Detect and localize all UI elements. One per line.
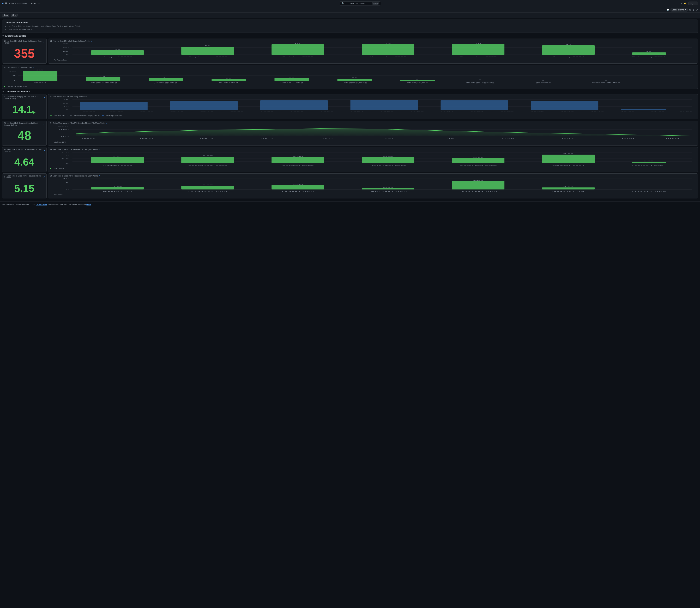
- external-link-icon-2-6[interactable]: ↗: [99, 149, 100, 150]
- svg-rect-44: [211, 79, 246, 81]
- external-link-icon-2-4[interactable]: ↗: [106, 122, 107, 124]
- clock-icon: 🕐: [667, 8, 669, 11]
- panel-1-1-value: 355: [4, 45, 45, 62]
- sign-in-button[interactable]: Sign in: [688, 2, 698, 5]
- external-link-icon[interactable]: ↗: [29, 22, 30, 24]
- svg-text:119: 119: [36, 70, 43, 71]
- legend-ttm-label: Time to Merge: [54, 168, 64, 169]
- panel-2-3-title: 2.3 Number of Pull Requests Closed witho…: [4, 122, 45, 126]
- external-link-icon-1-1[interactable]: ↗: [43, 41, 45, 43]
- breadcrumb-sep1: ›: [15, 2, 16, 4]
- external-link-icon-1-3[interactable]: ↗: [33, 66, 34, 69]
- svg-rect-17: [362, 44, 414, 55]
- external-link-icon-1-2[interactable]: ↗: [91, 40, 92, 42]
- svg-text:28: 28: [352, 77, 357, 79]
- legend-dot-pr: [50, 60, 51, 60]
- area-fill: [76, 129, 692, 136]
- svg-text:December 2023: December 2023: [459, 191, 497, 192]
- svg-rect-26: [632, 53, 666, 55]
- search-area: 🔍 Search or jump to... cmd+k: [40, 1, 681, 5]
- panel-2-3: 2.3 Number of Pull Requests Closed witho…: [2, 121, 46, 146]
- svg-rect-56: [463, 81, 498, 81]
- svg-text:01/09: 01/09: [666, 138, 679, 139]
- svg-text:09/05: 09/05: [140, 138, 153, 139]
- app-logo: ●: [2, 2, 4, 5]
- notification-icon[interactable]: 🔔: [684, 2, 686, 4]
- legend-ratio-label: ratio Mean: 12.4%: [54, 141, 66, 143]
- footer-link1[interactable]: data schema: [36, 204, 47, 206]
- nav-dashboards[interactable]: Dashboards: [17, 2, 27, 4]
- row-2-1-2-2: 2.1 Ratio of Non-merging Pull Requests o…: [2, 94, 698, 119]
- svg-rect-59: [526, 81, 561, 81]
- svg-text:12/05: 12/05: [531, 111, 544, 113]
- external-link-icon-2-8[interactable]: ↗: [98, 175, 100, 177]
- panel-1-3-title: 1.3 Top Contributors By Merged PRs ↗: [4, 66, 696, 69]
- panel-2-4-legend: ratio Mean: 12.4%: [50, 141, 696, 143]
- row-1-3: 1.3 Top Contributors By Merged PRs ↗ 100…: [2, 65, 698, 89]
- panel-2-8-legend: Time to Close: [50, 194, 696, 196]
- row-2-5-2-6: 2.5 Mean Time to Merge of Pull Requests …: [2, 147, 698, 172]
- footer-link2[interactable]: guide: [86, 204, 91, 206]
- share-icon[interactable]: ⎘: [39, 2, 40, 4]
- external-link-icon-2-2[interactable]: ↗: [88, 96, 90, 98]
- svg-text:10: 10: [63, 178, 69, 179]
- svg-text:76: 76: [385, 43, 391, 44]
- svg-text:25: 25: [63, 106, 69, 107]
- intro-list: Use Cases: This dashboard shows the basi…: [5, 25, 695, 31]
- filter-bar: Repo All ▼: [0, 13, 700, 18]
- svg-text:November 2023: November 2023: [370, 191, 407, 192]
- repo-filter[interactable]: Repo: [2, 14, 9, 17]
- svg-text:5.37: 5.37: [203, 155, 213, 157]
- svg-text:44: 44: [100, 76, 105, 77]
- zoom-in-icon[interactable]: ⊕: [693, 8, 695, 11]
- svg-text:28: 28: [114, 49, 120, 50]
- svg-rect-146: [632, 162, 666, 163]
- pct-value: 14.1: [12, 103, 32, 115]
- time-filter[interactable]: Last 6 months ▼: [670, 8, 688, 12]
- nav-home[interactable]: Home: [9, 2, 14, 4]
- external-link-icon-2-5[interactable]: ↗: [43, 150, 45, 151]
- svg-rect-23: [542, 45, 594, 55]
- svg-rect-140: [452, 158, 505, 163]
- intro-title-text: Dashboard Introduction: [5, 21, 28, 24]
- all-filter[interactable]: All ▼: [11, 14, 18, 17]
- panel-2-7-title-text: 2.7 Mean Time to Close of Pull Requests …: [4, 175, 43, 179]
- svg-text:51: 51: [205, 45, 211, 46]
- section-1-chevron[interactable]: ▼: [2, 35, 4, 37]
- external-link-icon-2-1[interactable]: ↗: [43, 97, 45, 99]
- svg-rect-62: [589, 81, 624, 81]
- panel-2-4-title-text: 2.4 Ratio of Non-merging PRs of All Clos…: [50, 122, 105, 124]
- section-2-chevron[interactable]: ▼: [2, 91, 4, 93]
- svg-text:0: 0: [14, 80, 16, 81]
- panel-2-1: 2.1 Ratio of Non-merging Pull Requests o…: [2, 94, 46, 119]
- all-filter-chevron: ▼: [15, 14, 16, 16]
- hamburger-icon[interactable]: ☰: [5, 2, 7, 5]
- external-link-icon-2-3[interactable]: ↗: [43, 123, 45, 125]
- svg-text:5.27: 5.27: [112, 155, 123, 157]
- top-nav: ● ☰ Home › Dashboards › GitLab ⎘ 🔍 Searc…: [0, 0, 700, 7]
- legend-open-dot: [50, 115, 52, 116]
- svg-text:0%: 0%: [61, 136, 69, 137]
- legend-ttm-dot: [50, 168, 51, 169]
- expand-icon[interactable]: ⤢: [696, 8, 698, 11]
- panel-2-5: 2.5 Mean Time to Merge of Pull Requests …: [2, 147, 46, 172]
- svg-text:31: 31: [163, 77, 168, 78]
- external-link-icon-2-7[interactable]: ↗: [43, 176, 45, 178]
- help-icon[interactable]: ?: [681, 2, 682, 4]
- svg-rect-168: [452, 181, 505, 190]
- svg-text:10/31: 10/31: [380, 138, 394, 139]
- svg-text:12/26: 12/26: [621, 138, 634, 139]
- legend-ttc-dot: [50, 195, 51, 195]
- main-content: Dashboard Introduction ↗ Use Cases: This…: [0, 18, 700, 202]
- svg-text:0: 0: [66, 189, 69, 190]
- row-1-1-1-2: 1.1 Number of New Pull Requests [Selecte…: [2, 39, 698, 63]
- panel-1-3-title-text: 1.3 Top Contributors By Merged PRs: [4, 66, 32, 69]
- zoom-out-icon[interactable]: ⊖: [689, 8, 691, 11]
- footer-text2: . Want to add more metrics? Please follo…: [47, 204, 86, 206]
- svg-text:5.12: 5.12: [383, 156, 393, 157]
- legend-pr-label: Pull Request Count: [54, 59, 67, 61]
- svg-text:chaojieyan: chaojieyan: [407, 82, 428, 83]
- breadcrumb-sep2: ›: [29, 2, 29, 4]
- search-box[interactable]: 🔍 Search or jump to... cmd+k: [340, 1, 381, 5]
- panel-2-1-value: 14.1 %: [4, 100, 45, 118]
